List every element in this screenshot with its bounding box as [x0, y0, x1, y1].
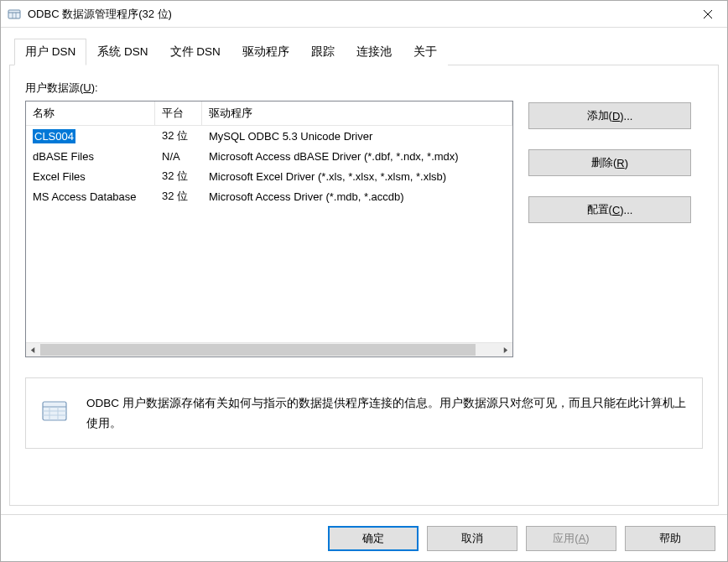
tab-file-dsn[interactable]: 文件 DSN [159, 39, 231, 65]
table-row[interactable]: CLS00432 位MySQL ODBC 5.3 Unicode Driver [26, 126, 512, 146]
cell-name: MS Access Database [26, 190, 155, 203]
apply-button-accel: A [579, 532, 586, 544]
help-button[interactable]: 帮助 [625, 526, 715, 551]
bottom-button-bar: 确定 取消 应用(A) 帮助 [1, 514, 727, 561]
cell-platform: 32 位 [155, 189, 202, 204]
data-source-list[interactable]: 名称 平台 驱动程序 CLS00432 位MySQL ODBC 5.3 Unic… [25, 101, 513, 357]
svg-rect-0 [8, 10, 20, 18]
col-header-name[interactable]: 名称 [26, 101, 155, 125]
scroll-right-arrow-icon[interactable] [498, 343, 512, 356]
cell-platform: N/A [155, 150, 202, 163]
remove-button-prefix: 删除( [591, 155, 616, 170]
tab-user-dsn[interactable]: 用户 DSN [14, 39, 86, 65]
section-label: 用户数据源(U): [25, 81, 703, 96]
svg-marker-7 [504, 347, 507, 353]
info-panel: ODBC 用户数据源存储有关如何与指示的数据提供程序连接的信息。用户数据源只对您… [25, 377, 703, 449]
tabstrip: 用户 DSN 系统 DSN 文件 DSN 驱动程序 跟踪 连接池 关于 [9, 38, 719, 65]
list-header: 名称 平台 驱动程序 [26, 101, 512, 126]
configure-button-prefix: 配置( [587, 202, 612, 217]
cell-driver: Microsoft Access dBASE Driver (*.dbf, *.… [202, 150, 512, 163]
configure-button[interactable]: 配置(C)... [528, 196, 691, 223]
scroll-left-arrow-icon[interactable] [26, 343, 40, 356]
tab-system-dsn[interactable]: 系统 DSN [86, 39, 159, 65]
scroll-track[interactable] [40, 343, 498, 356]
col-header-platform[interactable]: 平台 [155, 101, 202, 125]
info-text: ODBC 用户数据源存储有关如何与指示的数据提供程序连接的信息。用户数据源只对您… [86, 393, 687, 433]
apply-button[interactable]: 应用(A) [526, 526, 616, 551]
info-icon [41, 397, 68, 424]
titlebar: ODBC 数据源管理程序(32 位) [1, 1, 727, 28]
client-area: 用户 DSN 系统 DSN 文件 DSN 驱动程序 跟踪 连接池 关于 用户数据… [1, 28, 727, 514]
remove-button[interactable]: 删除(R) [528, 149, 691, 176]
configure-button-accel: C [612, 204, 620, 216]
ok-button[interactable]: 确定 [328, 526, 419, 551]
close-icon [704, 10, 712, 18]
window-title: ODBC 数据源管理程序(32 位) [28, 7, 689, 22]
window: ODBC 数据源管理程序(32 位) 用户 DSN 系统 DSN 文件 DSN … [0, 0, 728, 562]
cell-name: CLS004 [26, 129, 155, 143]
tab-pooling[interactable]: 连接池 [346, 39, 403, 65]
remove-button-accel: R [616, 157, 624, 169]
cell-platform: 32 位 [155, 128, 202, 143]
cell-driver: Microsoft Access Driver (*.mdb, *.accdb) [202, 190, 512, 203]
cancel-button[interactable]: 取消 [427, 526, 517, 551]
scroll-thumb[interactable] [40, 344, 476, 356]
section-label-accel: U [83, 81, 91, 94]
apply-button-suffix: ) [585, 532, 589, 544]
main-row: 名称 平台 驱动程序 CLS00432 位MySQL ODBC 5.3 Unic… [25, 101, 703, 357]
add-button-accel: D [612, 110, 620, 122]
remove-button-suffix: ) [625, 157, 628, 169]
tab-tracing[interactable]: 跟踪 [300, 39, 346, 65]
cell-name: dBASE Files [26, 150, 155, 163]
tab-drivers[interactable]: 驱动程序 [231, 39, 300, 65]
section-label-suffix: ): [91, 81, 98, 94]
apply-button-prefix: 应用( [553, 531, 578, 546]
section-label-prefix: 用户数据源( [25, 81, 83, 94]
cell-driver: MySQL ODBC 5.3 Unicode Driver [202, 130, 512, 143]
add-button-suffix: )... [620, 110, 632, 122]
close-button[interactable] [689, 1, 727, 28]
cell-name: Excel Files [26, 170, 155, 183]
cell-driver: Microsoft Excel Driver (*.xls, *.xlsx, *… [202, 170, 512, 183]
add-button-prefix: 添加( [587, 108, 612, 123]
add-button[interactable]: 添加(D)... [528, 102, 691, 129]
table-row[interactable]: MS Access Database32 位Microsoft Access D… [26, 186, 512, 206]
tab-about[interactable]: 关于 [403, 39, 448, 65]
side-button-column: 添加(D)... 删除(R) 配置(C)... [528, 101, 691, 223]
list-body: CLS00432 位MySQL ODBC 5.3 Unicode Driverd… [26, 126, 512, 342]
app-icon [8, 8, 21, 21]
svg-marker-6 [31, 347, 34, 353]
table-row[interactable]: dBASE FilesN/AMicrosoft Access dBASE Dri… [26, 146, 512, 166]
cell-platform: 32 位 [155, 169, 202, 184]
horizontal-scrollbar[interactable] [26, 342, 512, 356]
configure-button-suffix: )... [620, 204, 632, 216]
table-row[interactable]: Excel Files32 位Microsoft Excel Driver (*… [26, 166, 512, 186]
col-header-driver[interactable]: 驱动程序 [202, 101, 512, 125]
tab-content: 用户数据源(U): 名称 平台 驱动程序 CLS00432 位MySQL ODB… [9, 65, 719, 506]
